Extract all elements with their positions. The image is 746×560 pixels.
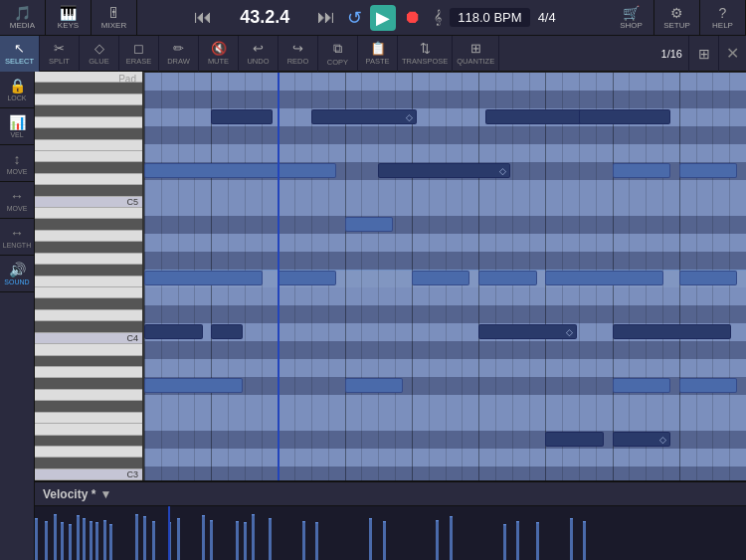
go-start-button[interactable]: ⏮ xyxy=(190,5,216,30)
copy-icon: ⧉ xyxy=(333,41,342,57)
select-label: SELECT xyxy=(5,57,34,66)
quantize-value-display[interactable]: 1/16 xyxy=(655,46,688,62)
mute-icon: 🔇 xyxy=(211,41,227,56)
transpose-button[interactable]: ⇅ TRANSPOSE xyxy=(398,36,453,72)
sound-button[interactable]: 🔊 SOUND xyxy=(0,256,35,292)
glue-label: GLUE xyxy=(89,57,108,66)
transpose-label: TRANSPOSE xyxy=(402,57,448,66)
split-tool[interactable]: ✂ SPLIT xyxy=(40,36,80,72)
mute-label: MUTE xyxy=(208,57,229,66)
quantize-button[interactable]: ⊞ QUANTIZE xyxy=(453,36,499,72)
lock-icon: 🔒 xyxy=(9,78,26,93)
erase-label: ERASE xyxy=(126,57,151,66)
quantize-value: 1/16 xyxy=(661,48,682,60)
quantize-icon: ⊞ xyxy=(470,41,481,56)
velocity-label: Velocity * xyxy=(43,487,95,501)
mixer-icon: 🎚 xyxy=(107,6,121,20)
metronome-button[interactable]: 𝄞 xyxy=(430,7,446,28)
glue-tool[interactable]: ◇ GLUE xyxy=(80,36,119,72)
shop-label: SHOP xyxy=(620,21,643,30)
media-icon: 🎵 xyxy=(14,6,31,20)
shop-icon: 🛒 xyxy=(623,6,640,20)
mixer-label: MIXER xyxy=(101,21,126,30)
velocity-bars[interactable] xyxy=(35,506,746,560)
move-h-label: MOVE xyxy=(7,205,28,212)
redo-button[interactable]: ↪ REDO xyxy=(279,36,318,72)
redo-icon: ↪ xyxy=(292,41,303,56)
shop-button[interactable]: 🛒 SHOP xyxy=(609,0,654,36)
setup-label: SETUP xyxy=(663,21,690,30)
copy-label: COPY xyxy=(327,58,348,67)
mixer-button[interactable]: 🎚 MIXER xyxy=(92,0,137,36)
erase-tool[interactable]: ◻ ERASE xyxy=(119,36,159,72)
move-h-button[interactable]: ↔ MOVE xyxy=(0,182,35,219)
help-icon: ? xyxy=(719,6,727,20)
setup-icon: ⚙ xyxy=(670,6,683,20)
piano-grid-area: PadC5C4C3 414243444546474849 ◇◇◇◇ xyxy=(35,72,746,480)
paste-icon: 📋 xyxy=(370,41,386,56)
select-icon: ↖ xyxy=(14,41,25,56)
split-icon: ✂ xyxy=(54,41,65,56)
top-toolbar: 🎵 MEDIA 🎹 KEYS 🎚 MIXER ⏮ 43.2.4 ⏭ ↺ ▶ ⏺ … xyxy=(0,0,746,36)
keys-label: KEYS xyxy=(58,21,79,30)
velocity-indicator: * xyxy=(92,487,96,501)
velocity-button[interactable]: 📊 VEL xyxy=(0,108,35,145)
transport-controls: ⏮ 43.2.4 ⏭ ↺ ▶ ⏺ 𝄞 118.0 BPM 4/4 xyxy=(137,5,609,31)
sound-icon: 🔊 xyxy=(9,262,26,278)
velocity-area: Velocity * ▼ xyxy=(35,480,746,560)
move-v-button[interactable]: ↕ MOVE xyxy=(0,145,35,182)
media-button[interactable]: 🎵 MEDIA xyxy=(0,0,46,36)
second-toolbar: ↖ SELECT ✂ SPLIT ◇ GLUE ◻ ERASE ✏ DRAW 🔇… xyxy=(0,36,746,72)
help-label: HELP xyxy=(712,21,733,30)
record-button[interactable]: ⏺ xyxy=(400,5,426,30)
select-tool[interactable]: ↖ SELECT xyxy=(0,36,40,72)
bpm-display[interactable]: 118.0 BPM xyxy=(450,8,529,27)
undo-icon: ↩ xyxy=(253,41,264,56)
draw-label: DRAW xyxy=(167,57,190,66)
loop-button[interactable]: ↺ xyxy=(343,5,366,31)
transpose-icon: ⇅ xyxy=(420,41,431,56)
lock-button[interactable]: 🔒 LOCK xyxy=(0,72,35,108)
erase-icon: ◻ xyxy=(133,41,144,56)
lock-label: LOCK xyxy=(7,94,26,101)
velocity-dropdown[interactable]: ▼ xyxy=(99,487,111,501)
paste-label: PASTE xyxy=(365,57,389,66)
undo-label: UNDO xyxy=(247,57,269,66)
quantize-label: QUANTIZE xyxy=(457,57,494,66)
grid-button[interactable]: ⊞ xyxy=(688,36,718,72)
draw-icon: ✏ xyxy=(173,41,184,56)
position-display: 43.2.4 xyxy=(220,7,309,28)
grid-area[interactable]: ◇◇◇◇ xyxy=(144,73,746,480)
draw-tool[interactable]: ✏ DRAW xyxy=(159,36,199,72)
left-panel: 🔒 LOCK 📊 VEL ↕ MOVE ↔ MOVE ↔ LENGTH 🔊 SO… xyxy=(0,72,35,560)
redo-label: REDO xyxy=(287,57,309,66)
sound-label: SOUND xyxy=(4,279,29,285)
piano-roll: PadC5C4C3 414243444546474849 ◇◇◇◇ Veloci… xyxy=(35,72,746,560)
paste-button[interactable]: 📋 PASTE xyxy=(358,36,398,72)
close-icon: ✕ xyxy=(726,44,739,63)
keys-icon: 🎹 xyxy=(60,6,77,20)
play-button[interactable]: ▶ xyxy=(370,5,396,31)
move-v-icon: ↕ xyxy=(14,151,21,167)
close-button[interactable]: ✕ xyxy=(718,36,746,72)
go-end-button[interactable]: ⏭ xyxy=(313,5,339,30)
help-button[interactable]: ? HELP xyxy=(700,0,746,36)
length-label: LENGTH xyxy=(3,242,31,249)
velocity-icon: 📊 xyxy=(9,114,26,130)
velocity-header: Velocity * ▼ xyxy=(35,482,746,506)
main-area: 🔒 LOCK 📊 VEL ↕ MOVE ↔ MOVE ↔ LENGTH 🔊 SO… xyxy=(0,72,746,560)
move-v-label: MOVE xyxy=(7,168,28,175)
copy-button[interactable]: ⧉ COPY xyxy=(318,36,358,72)
media-label: MEDIA xyxy=(10,21,35,30)
velocity-label-text: Velocity xyxy=(43,487,88,501)
length-button[interactable]: ↔ LENGTH xyxy=(0,219,35,256)
setup-button[interactable]: ⚙ SETUP xyxy=(654,0,700,36)
move-h-icon: ↔ xyxy=(10,188,24,204)
piano-keys[interactable]: PadC5C4C3 xyxy=(35,72,144,480)
undo-button[interactable]: ↩ UNDO xyxy=(239,36,279,72)
split-label: SPLIT xyxy=(49,57,70,66)
mute-tool[interactable]: 🔇 MUTE xyxy=(199,36,239,72)
vel-label: VEL xyxy=(10,131,23,138)
keys-button[interactable]: 🎹 KEYS xyxy=(46,0,92,36)
time-signature: 4/4 xyxy=(538,10,556,25)
